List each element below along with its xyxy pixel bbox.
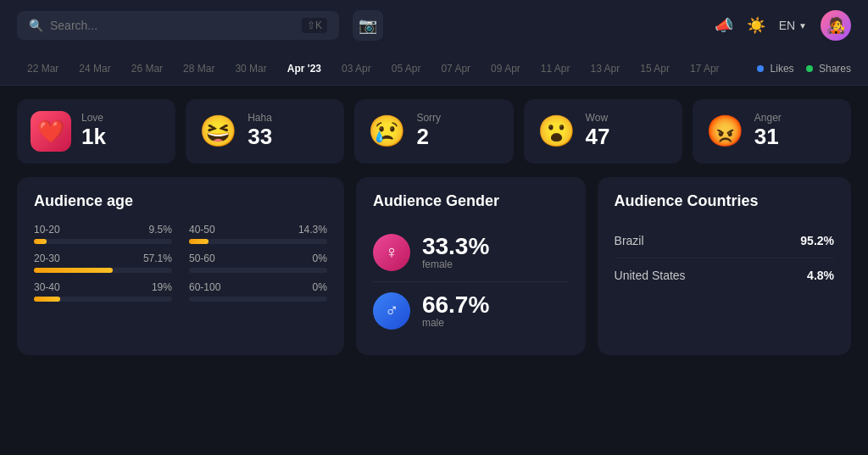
reaction-row: ❤️ Love 1k 😆 Haha 33 😢 Sorry 2 😮 — [17, 99, 851, 164]
age-bar-fill-40-50 — [189, 239, 209, 244]
age-pct-60-100: 0% — [313, 281, 327, 293]
date-07apr[interactable]: 07 Apr — [431, 59, 481, 78]
search-icon: 🔍 — [29, 19, 43, 32]
camera-button[interactable]: 📷 — [353, 10, 383, 41]
lang-label: EN — [779, 19, 795, 32]
reaction-wow: 😮 Wow 47 — [524, 99, 682, 164]
age-pct-30-40: 19% — [152, 281, 172, 293]
age-20-30: 20-30 57.1% — [34, 252, 172, 273]
chevron-down-icon: ▼ — [798, 21, 807, 31]
female-label: female — [422, 258, 489, 270]
language-selector[interactable]: EN ▼ — [779, 19, 807, 32]
age-pct-40-50: 14.3% — [298, 224, 327, 236]
age-bar-fill-20-30 — [34, 268, 113, 273]
anger-info: Anger 31 — [754, 112, 782, 150]
date-28mar[interactable]: 28 Mar — [173, 59, 225, 78]
age-40-50: 40-50 14.3% — [189, 224, 327, 244]
shares-legend: Shares — [806, 63, 851, 75]
date-30mar[interactable]: 30 Mar — [225, 59, 276, 78]
age-bar-bg-60-100 — [189, 297, 327, 302]
usa-name: United States — [615, 269, 686, 282]
age-60-100: 60-100 0% — [189, 281, 327, 302]
age-50-60: 50-60 0% — [189, 252, 327, 273]
male-label: male — [422, 317, 489, 329]
male-icon: ♂ — [373, 292, 410, 330]
age-pct-10-20: 9.5% — [149, 224, 172, 236]
sun-button[interactable]: ☀️ — [747, 16, 765, 35]
date-26mar[interactable]: 26 Mar — [121, 59, 173, 78]
date-15apr[interactable]: 15 Apr — [630, 59, 680, 78]
shares-dot — [806, 65, 813, 72]
audience-age-card: Audience age 10-20 9.5% 40-50 14.3% — [17, 177, 344, 355]
reaction-anger: 😡 Anger 31 — [693, 99, 851, 164]
likes-dot — [757, 65, 764, 72]
age-range-10-20: 10-20 — [34, 224, 60, 236]
search-input[interactable] — [50, 19, 295, 32]
brazil-pct: 95.2% — [800, 234, 834, 247]
wow-label: Wow — [586, 112, 610, 124]
sorry-label: Sorry — [416, 112, 441, 124]
wow-emoji: 😮 — [537, 116, 576, 147]
age-bar-bg-40-50 — [189, 239, 327, 244]
age-range-50-60: 50-60 — [189, 252, 215, 264]
date-05apr[interactable]: 05 Apr — [381, 59, 431, 78]
audience-gender-card: Audience Gender ♀ 33.3% female ♂ 66.7% m… — [356, 177, 586, 355]
anger-emoji: 😡 — [706, 116, 744, 147]
date-22mar[interactable]: 22 Mar — [17, 59, 69, 78]
topbar-right: 📣 ☀️ EN ▼ 🧑‍🎤 — [715, 10, 851, 41]
bottom-row: Audience age 10-20 9.5% 40-50 14.3% — [17, 177, 851, 355]
age-range-20-30: 20-30 — [34, 252, 60, 264]
love-count: 1k — [81, 124, 106, 150]
audience-age-title: Audience age — [34, 192, 327, 210]
avatar[interactable]: 🧑‍🎤 — [821, 10, 851, 41]
search-box[interactable]: 🔍 ⇧K — [17, 11, 339, 40]
sorry-count: 2 — [416, 124, 441, 150]
age-bar-bg-10-20 — [34, 239, 172, 244]
haha-info: Haha 33 — [248, 112, 272, 150]
haha-emoji: 😆 — [199, 116, 237, 147]
age-bar-bg-20-30 — [34, 268, 172, 273]
wow-info: Wow 47 — [586, 112, 610, 150]
age-pct-20-30: 57.1% — [143, 252, 172, 264]
shares-label: Shares — [819, 63, 851, 75]
female-info: 33.3% female — [422, 235, 489, 270]
date-17apr[interactable]: 17 Apr — [680, 59, 730, 78]
likes-label: Likes — [771, 63, 794, 75]
usa-pct: 4.8% — [807, 269, 834, 282]
wow-count: 47 — [586, 124, 610, 150]
date-apr23[interactable]: Apr '23 — [277, 59, 331, 78]
topbar: 🔍 ⇧K 📷 📣 ☀️ EN ▼ 🧑‍🎤 — [0, 0, 868, 51]
main-content: ❤️ Love 1k 😆 Haha 33 😢 Sorry 2 😮 — [0, 86, 868, 369]
gender-female: ♀ 33.3% female — [373, 224, 569, 281]
reaction-haha: 😆 Haha 33 — [186, 99, 344, 164]
anger-label: Anger — [754, 112, 782, 124]
date-24mar[interactable]: 24 Mar — [69, 59, 120, 78]
female-icon: ♀ — [373, 234, 410, 271]
date-09apr[interactable]: 09 Apr — [481, 59, 531, 78]
age-range-40-50: 40-50 — [189, 224, 215, 236]
country-usa: United States 4.8% — [615, 258, 834, 292]
age-bar-bg-50-60 — [189, 268, 327, 273]
datebar: 22 Mar 24 Mar 26 Mar 28 Mar 30 Mar Apr '… — [0, 51, 868, 86]
chart-legend: Likes Shares — [757, 63, 851, 75]
date-13apr[interactable]: 13 Apr — [581, 59, 631, 78]
haha-label: Haha — [248, 112, 272, 124]
male-info: 66.7% male — [422, 293, 489, 329]
sorry-emoji: 😢 — [368, 116, 406, 147]
anger-count: 31 — [754, 124, 782, 150]
megaphone-button[interactable]: 📣 — [715, 16, 733, 35]
age-grid: 10-20 9.5% 40-50 14.3% — [34, 224, 327, 302]
age-10-20: 10-20 9.5% — [34, 224, 172, 244]
reaction-love: ❤️ Love 1k — [17, 99, 175, 164]
audience-gender-title: Audience Gender — [373, 192, 569, 210]
love-label: Love — [81, 112, 106, 124]
love-info: Love 1k — [81, 112, 106, 150]
sorry-info: Sorry 2 — [416, 112, 441, 150]
haha-count: 33 — [248, 124, 272, 150]
date-11apr[interactable]: 11 Apr — [531, 59, 581, 78]
date-03apr[interactable]: 03 Apr — [331, 59, 381, 78]
age-range-60-100: 60-100 — [189, 281, 220, 293]
audience-countries-card: Audience Countries Brazil 95.2% United S… — [598, 177, 851, 355]
age-bar-fill-30-40 — [34, 297, 60, 302]
age-bar-bg-30-40 — [34, 297, 172, 302]
